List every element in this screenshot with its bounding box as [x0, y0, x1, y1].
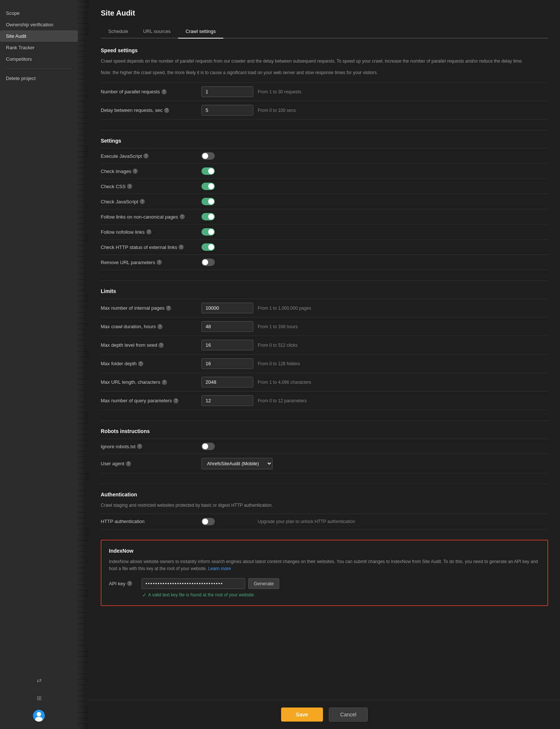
toggle-help-icon-0[interactable]: ? [143, 153, 149, 159]
limit-help-icon-5[interactable]: ? [173, 398, 179, 403]
limit-input-3[interactable] [201, 358, 253, 369]
parallel-requests-row: Number of parallel requests ? From 1 to … [101, 82, 548, 101]
ignore-robots-toggle[interactable] [201, 443, 253, 450]
api-key-label: API key ? [109, 581, 139, 586]
speed-settings-section: Speed settings Crawl speed depends on th… [101, 47, 548, 120]
sidebar-nav: ScopeOwnership verificationSite AuditRan… [0, 7, 78, 65]
tab-crawl-settings[interactable]: Crawl settings [178, 25, 223, 39]
toggle-track-0 [201, 152, 215, 160]
limit-row-1: Max crawl duration, hours ? From 1 to 16… [101, 317, 548, 336]
tab-schedule[interactable]: Schedule [101, 25, 136, 39]
toggle-help-icon-4[interactable]: ? [180, 214, 185, 219]
toggle-track-1 [201, 167, 215, 175]
toggle-switch-5[interactable] [201, 228, 253, 236]
tabs-bar: Schedule URL sources Crawl settings [101, 25, 548, 39]
parallel-requests-input[interactable] [201, 86, 253, 97]
limit-help-icon-3[interactable]: ? [138, 361, 143, 366]
api-key-input[interactable] [141, 578, 245, 589]
generate-button[interactable]: Generate [248, 578, 279, 589]
limit-label-4: Max URL length, characters ? [101, 379, 197, 385]
limit-label-2: Max depth level from seed ? [101, 342, 197, 348]
sidebar-item-competitors[interactable]: Competitors [0, 53, 78, 65]
toggle-row-7: Remove URL parameters? [101, 254, 548, 270]
user-agent-select-container: AhrefsSiteAudit (Mobile) AhrefsSiteAudit… [201, 458, 283, 469]
tab-url-sources[interactable]: URL sources [136, 25, 178, 39]
http-auth-toggle[interactable] [201, 518, 253, 525]
delay-requests-input[interactable] [201, 105, 253, 116]
toggle-label-7: Remove URL parameters? [101, 260, 197, 265]
limit-input-2[interactable] [201, 340, 253, 350]
toggle-row-3: Check JavaScript? [101, 194, 548, 209]
toggle-label-3: Check JavaScript? [101, 199, 197, 204]
toggle-row-4: Follow links on non-canonical pages? [101, 209, 548, 224]
toggle-thumb-3 [208, 199, 214, 204]
user-agent-label: User agent ? [101, 461, 197, 466]
toggle-switch-1[interactable] [201, 167, 253, 175]
delay-requests-row: Delay between requests, sec ? From 0 to … [101, 101, 548, 120]
http-auth-track [201, 518, 215, 525]
toggle-help-icon-7[interactable]: ? [157, 260, 162, 265]
ignore-robots-help-icon[interactable]: ? [137, 444, 142, 449]
limit-hint-5: From 0 to 12 parameters [258, 398, 307, 403]
api-key-help-icon[interactable]: ? [127, 581, 132, 586]
learn-more-link[interactable]: Learn more [208, 566, 231, 571]
limit-input-0[interactable] [201, 303, 253, 313]
toggle-row-2: Check CSS? [101, 179, 548, 194]
translate-icon[interactable]: ⇄ [33, 674, 45, 686]
user-agent-select[interactable]: AhrefsSiteAudit (Mobile) AhrefsSiteAudit… [201, 458, 273, 469]
limit-help-icon-0[interactable]: ? [166, 306, 171, 311]
delay-requests-hint: From 0 to 100 secs [258, 108, 296, 113]
torn-edge [78, 0, 89, 729]
toggle-help-icon-6[interactable]: ? [179, 244, 184, 250]
speed-settings-desc: Crawl speed depends on the number of par… [101, 58, 548, 65]
sidebar-item-rank-tracker[interactable]: Rank Tracker [0, 42, 78, 53]
sidebar-item-delete-project[interactable]: Delete project [0, 73, 78, 84]
api-key-input-container [141, 578, 245, 589]
cancel-button[interactable]: Cancel [329, 708, 368, 722]
save-button[interactable]: Save [281, 708, 323, 722]
toggle-thumb-6 [208, 244, 214, 250]
sidebar-item-scope[interactable]: Scope [0, 7, 78, 19]
indexnow-box: IndexNow IndexNow allows website owners … [101, 540, 548, 606]
toggle-switch-2[interactable] [201, 183, 253, 190]
limit-input-5[interactable] [201, 395, 253, 406]
sidebar-item-site-audit[interactable]: Site Audit [0, 30, 78, 42]
parallel-requests-help-icon[interactable]: ? [161, 89, 167, 94]
http-auth-thumb [202, 519, 208, 525]
robots-section: Robots instructions Ignore robots.txt ? [101, 428, 548, 473]
grid-icon[interactable]: ⊞ [33, 692, 45, 704]
toggle-switch-6[interactable] [201, 243, 253, 251]
toggle-control-7 [201, 259, 253, 266]
toggle-row-5: Follow nofollow links? [101, 224, 548, 239]
toggle-thumb-2 [208, 183, 214, 189]
limit-label-5: Max number of query parameters ? [101, 398, 197, 403]
limit-label-3: Max folder depth ? [101, 361, 197, 366]
toggle-help-icon-2[interactable]: ? [127, 184, 132, 189]
toggle-control-2 [201, 183, 253, 190]
user-avatar[interactable] [33, 710, 45, 722]
limit-input-4[interactable] [201, 377, 253, 387]
indexnow-title: IndexNow [109, 548, 540, 554]
delay-requests-label: Delay between requests, sec ? [101, 107, 197, 113]
user-agent-help-icon[interactable]: ? [126, 461, 131, 466]
toggle-label-4: Follow links on non-canonical pages? [101, 214, 197, 220]
toggle-thumb-4 [208, 214, 214, 220]
sidebar-item-ownership-verification[interactable]: Ownership verification [0, 19, 78, 30]
toggle-help-icon-1[interactable]: ? [133, 169, 138, 174]
limit-help-icon-4[interactable]: ? [162, 380, 167, 385]
toggle-control-6 [201, 243, 253, 251]
limit-row-4: Max URL length, characters ? From 1 to 4… [101, 373, 548, 391]
limit-help-icon-2[interactable]: ? [159, 343, 164, 348]
limit-help-icon-1[interactable]: ? [157, 324, 163, 329]
delay-requests-help-icon[interactable]: ? [164, 108, 169, 113]
toggle-switch-7[interactable] [201, 259, 253, 266]
toggle-help-icon-5[interactable]: ? [146, 229, 151, 234]
user-agent-row: User agent ? AhrefsSiteAudit (Mobile) Ah… [101, 454, 548, 473]
toggle-switch-3[interactable] [201, 198, 253, 205]
toggle-switch-4[interactable] [201, 213, 253, 220]
toggle-switch-0[interactable] [201, 152, 253, 160]
toggle-track-3 [201, 198, 215, 205]
toggle-help-icon-3[interactable]: ? [140, 199, 145, 204]
limit-input-1[interactable] [201, 321, 253, 332]
toggle-thumb-1 [208, 168, 214, 174]
